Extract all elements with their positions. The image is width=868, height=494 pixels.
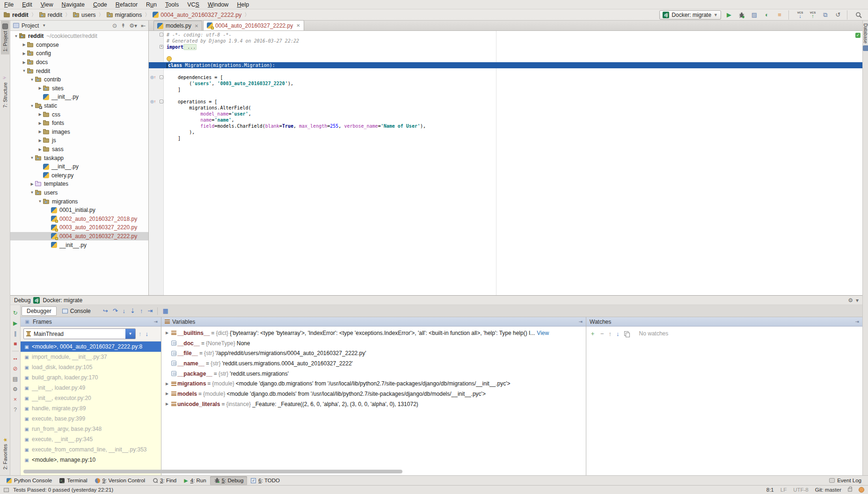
copy-watch-button[interactable] xyxy=(624,331,629,336)
collapsed-arrow-icon[interactable]: ▶ xyxy=(37,112,43,116)
tree-item-__init__-py[interactable]: __init__.py xyxy=(10,93,148,102)
variable-row[interactable]: ▶__builtins__={dict}{'bytearray': <type … xyxy=(161,328,586,338)
float-pane-icon[interactable]: ⇥ xyxy=(579,319,583,324)
tree-item-js[interactable]: ▶js xyxy=(10,136,148,145)
code-line-9[interactable]: ('users', '0003_auto_20160327_2220'), xyxy=(164,80,862,87)
run-button[interactable]: ▶ xyxy=(724,10,734,20)
toolwindow-button-event-log[interactable]: Event Log xyxy=(825,476,865,485)
restore-layout-button[interactable]: ▤ xyxy=(10,374,20,384)
run-configuration-select[interactable]: dj Docker: migrate ▼ xyxy=(659,10,721,20)
settings-icon[interactable]: ⚙▾ xyxy=(129,22,137,29)
toolwindow-button-3-find[interactable]: 3: Find xyxy=(149,476,180,485)
collapsed-arrow-icon[interactable]: ▶ xyxy=(37,130,43,134)
variable-row[interactable]: ▶migrations={module}<module 'django.db.m… xyxy=(161,378,586,389)
expanded-arrow-icon[interactable]: ▼ xyxy=(13,34,19,38)
git-branch[interactable]: Git: master xyxy=(815,487,841,493)
move-watch-down-button[interactable]: ↓ xyxy=(616,330,620,337)
menu-file[interactable]: File xyxy=(0,0,18,9)
menu-vcs[interactable]: VCS xyxy=(183,0,204,9)
float-pane-icon[interactable]: ⇥ xyxy=(855,319,859,324)
code-line-4[interactable] xyxy=(164,50,862,56)
variable-row[interactable]: ▶models={module}<module 'django.db.model… xyxy=(161,389,586,399)
toolwindow-button-9-version-control[interactable]: 9: Version Control xyxy=(91,476,149,485)
variable-row[interactable]: ▶unicode_literals={instance}_Feature: _F… xyxy=(161,399,586,409)
tree-item-templates[interactable]: ▶templates xyxy=(10,180,148,189)
collapsed-arrow-icon[interactable]: ▶ xyxy=(37,121,43,125)
editor-tab-0004_auto_20160327_2222-py[interactable]: 0004_auto_20160327_2222.py✕ xyxy=(203,20,304,30)
frame-row[interactable]: ▣__init__, executor.py:20 xyxy=(21,393,161,403)
run-to-cursor-button[interactable]: ⇥ xyxy=(147,307,153,314)
toolwindow-button-6-todo[interactable]: ✓6: TODO xyxy=(247,476,284,485)
stop-button[interactable]: ■ xyxy=(10,339,20,349)
hide-panel-icon[interactable]: ⇤ xyxy=(141,22,146,29)
float-pane-icon[interactable]: ⇥ xyxy=(154,319,158,324)
chevron-down-icon[interactable]: ▼ xyxy=(125,329,135,339)
tree-item-css[interactable]: ▶css xyxy=(10,110,148,119)
file-encoding[interactable]: UTF-8 xyxy=(793,487,809,493)
fold-collapse-icon[interactable]: - xyxy=(160,33,163,36)
code-line-10[interactable]: ] xyxy=(164,87,862,93)
expanded-arrow-icon[interactable]: ▼ xyxy=(37,199,43,203)
debug-button[interactable] xyxy=(737,10,746,20)
toolwindow-button-python-console[interactable]: Python Console xyxy=(3,476,56,485)
collapse-all-icon[interactable]: ↟ xyxy=(121,22,125,29)
frame-row[interactable]: ▣<module>, manage.py:10 xyxy=(21,455,161,465)
code-line-11[interactable] xyxy=(164,93,862,99)
editor-tab-models-py[interactable]: models.py✕ xyxy=(153,21,202,30)
code-line-15[interactable]: name='name', xyxy=(164,117,862,123)
toolwindow-button-terminal[interactable]: >_Terminal xyxy=(56,476,91,485)
tree-item-0001_initial-py[interactable]: 0001_initial.py xyxy=(10,206,148,215)
expanded-arrow-icon[interactable]: ▼ xyxy=(29,190,35,195)
debug-tab-debugger[interactable]: Debugger xyxy=(22,306,57,316)
collapsed-arrow-icon[interactable]: ▶ xyxy=(37,86,43,90)
help-button[interactable]: ? xyxy=(10,405,20,415)
breadcrumb-item[interactable]: users xyxy=(72,12,97,18)
line-separator[interactable]: LF xyxy=(780,487,787,493)
resume-button[interactable]: ▶ xyxy=(10,318,20,328)
frame-row[interactable]: ▣import_module, __init__.py:37 xyxy=(21,352,161,362)
view-breakpoints-button[interactable]: ●● xyxy=(10,353,20,363)
code-line-6[interactable]: class Migration(migrations.Migration): xyxy=(149,62,862,68)
force-step-into-button[interactable]: ⇣ xyxy=(130,307,135,314)
tree-item-0002_auto_20160327_2018-py[interactable]: 0002_auto_20160327_2018.py xyxy=(10,214,148,223)
menu-view[interactable]: View xyxy=(36,0,58,9)
locate-icon[interactable]: ⊙ xyxy=(112,22,117,29)
remove-watch-button[interactable]: − xyxy=(600,330,604,337)
close-tab-icon[interactable]: ✕ xyxy=(296,23,300,28)
close-button[interactable]: × xyxy=(10,394,20,405)
tree-item-config[interactable]: ▶config xyxy=(10,49,148,58)
tree-item-compose[interactable]: ▶compose xyxy=(10,41,148,50)
menu-code[interactable]: Code xyxy=(89,0,111,9)
menu-tools[interactable]: Tools xyxy=(161,0,183,9)
variable-row[interactable]: __file__={str}'/app/reddit/users/migrati… xyxy=(161,348,586,358)
frame-row[interactable]: ▣<module>, 0004_auto_20160327_2222.py:8 xyxy=(21,341,161,352)
stripe-button-database[interactable]: Database xyxy=(862,21,868,54)
editor-gutter[interactable]: -+-◎↑-◎↑- xyxy=(149,31,164,295)
frame-row[interactable]: ▣__init__, loader.py:49 xyxy=(21,383,161,393)
caret-position[interactable]: 8:1 xyxy=(766,487,774,493)
toolwindow-button-4-run[interactable]: ▶4: Run xyxy=(180,476,210,485)
tree-item-sass[interactable]: ▶sass xyxy=(10,145,148,154)
breadcrumb-item[interactable]: reddit xyxy=(38,12,63,18)
evaluate-expression-button[interactable]: ▦ xyxy=(162,307,168,314)
code-line-5[interactable] xyxy=(164,56,862,62)
tree-item-__init__-py[interactable]: __init__.py xyxy=(10,162,148,171)
expand-arrow-icon[interactable]: ▶ xyxy=(164,402,170,406)
variable-row[interactable]: __package__={str}'reddit.users.migration… xyxy=(161,369,586,379)
collapsed-arrow-icon[interactable]: ▶ xyxy=(29,182,35,186)
menu-run[interactable]: Run xyxy=(142,0,161,9)
code-line-14[interactable]: model_name='user', xyxy=(164,111,862,117)
tree-item-images[interactable]: ▶images xyxy=(10,128,148,137)
show-execution-point-button[interactable]: ↪ xyxy=(103,307,108,314)
tree-item-fonts[interactable]: ▶fonts xyxy=(10,119,148,128)
collapsed-arrow-icon[interactable]: ▶ xyxy=(21,43,27,47)
code-line-17[interactable]: ), xyxy=(164,129,862,135)
expanded-arrow-icon[interactable]: ▼ xyxy=(29,104,35,108)
inspector-hector-icon[interactable] xyxy=(859,487,864,493)
inspection-status-icon[interactable]: ✓ xyxy=(855,33,861,38)
variable-row[interactable]: __name__={str}'reddit.users.migrations.0… xyxy=(161,358,586,369)
rerun-button[interactable]: ↻ xyxy=(10,308,20,318)
previous-frame-button[interactable]: ↑ xyxy=(139,330,142,337)
expand-arrow-icon[interactable]: ▶ xyxy=(164,392,170,396)
code-line-8[interactable]: dependencies = [ xyxy=(164,74,862,80)
